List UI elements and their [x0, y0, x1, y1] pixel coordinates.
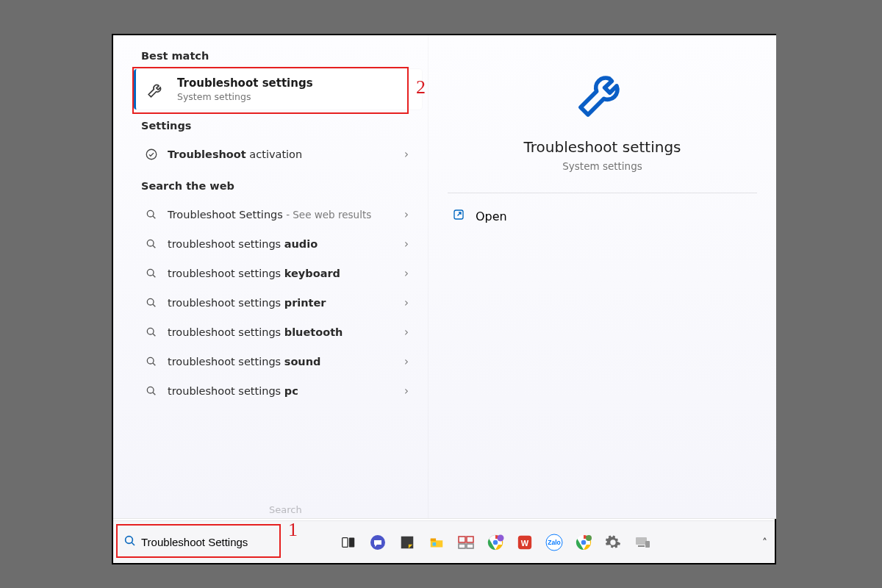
- svg-line-10: [153, 334, 155, 336]
- chevron-right-icon: ›: [404, 355, 409, 368]
- search-icon: [144, 207, 159, 222]
- results-pane: Best match Troubleshoot settings System …: [113, 35, 428, 518]
- svg-line-4: [153, 245, 155, 248]
- svg-point-13: [147, 387, 154, 393]
- wps-icon[interactable]: W: [510, 528, 539, 557]
- web-result-text: troubleshoot settings printer: [168, 297, 395, 309]
- search-icon: [144, 384, 159, 398]
- search-icon: [144, 354, 159, 369]
- chevron-right-icon: ›: [404, 267, 409, 280]
- web-result-text: troubleshoot settings sound: [168, 356, 395, 368]
- task-view-icon[interactable]: [334, 528, 363, 557]
- taskbar: W Zalo ˄: [113, 520, 775, 563]
- section-settings: Settings: [134, 110, 422, 139]
- svg-point-11: [147, 357, 154, 364]
- chevron-right-icon: ›: [404, 384, 409, 398]
- svg-point-3: [147, 240, 154, 246]
- chrome-profile-icon[interactable]: [481, 528, 510, 557]
- svg-rect-25: [467, 537, 473, 542]
- device-icon[interactable]: [628, 528, 657, 557]
- chevron-right-icon: ›: [404, 208, 409, 221]
- web-result[interactable]: troubleshoot settings sound ›: [134, 348, 417, 376]
- svg-line-6: [153, 275, 155, 277]
- sticky-notes-icon[interactable]: [392, 528, 422, 557]
- system-tray-chevron-icon[interactable]: ˄: [762, 537, 767, 548]
- svg-rect-39: [638, 545, 645, 547]
- best-match-subtitle: System settings: [177, 91, 313, 102]
- svg-point-5: [147, 269, 154, 276]
- svg-line-8: [153, 304, 155, 306]
- web-result[interactable]: troubleshoot settings keyboard ›: [134, 259, 417, 287]
- web-result-text: troubleshoot settings audio: [168, 238, 395, 250]
- web-result[interactable]: troubleshoot settings pc ›: [134, 377, 417, 405]
- svg-text:Zalo: Zalo: [548, 539, 560, 546]
- svg-line-14: [153, 392, 155, 395]
- svg-rect-40: [645, 541, 650, 548]
- settings-gear-icon[interactable]: [598, 528, 628, 557]
- taskbar-search-container[interactable]: [119, 530, 276, 555]
- search-icon: [144, 295, 159, 310]
- divider: [448, 193, 757, 193]
- taskbar-search-input[interactable]: [141, 536, 272, 548]
- chevron-right-icon: ›: [404, 148, 409, 161]
- detail-subtitle: System settings: [448, 160, 757, 172]
- web-result-text: troubleshoot settings keyboard: [168, 268, 395, 279]
- search-icon: [144, 266, 159, 281]
- search-icon: [144, 237, 159, 251]
- chrome-icon[interactable]: [569, 528, 598, 557]
- checkmark-circle-icon: [144, 147, 159, 162]
- svg-rect-26: [459, 544, 465, 548]
- section-search-web: Search the web: [134, 170, 422, 199]
- search-icon: [123, 534, 137, 551]
- open-label: Open: [476, 209, 507, 223]
- svg-point-7: [147, 298, 154, 305]
- svg-line-2: [153, 216, 155, 218]
- snip-tool-icon[interactable]: [451, 528, 481, 557]
- chevron-right-icon: ›: [404, 237, 409, 251]
- svg-point-29: [492, 539, 498, 545]
- web-result[interactable]: troubleshoot settings printer ›: [134, 289, 417, 317]
- svg-rect-18: [343, 537, 348, 547]
- svg-rect-22: [431, 538, 436, 541]
- svg-rect-24: [459, 537, 465, 542]
- chevron-right-icon: ›: [404, 296, 409, 309]
- svg-rect-27: [467, 544, 473, 548]
- zalo-icon[interactable]: Zalo: [539, 528, 569, 557]
- web-result[interactable]: troubleshoot settings audio ›: [134, 230, 417, 258]
- start-search-panel: Best match Troubleshoot settings System …: [113, 35, 776, 519]
- settings-result-text: Troubleshoot activation: [168, 148, 395, 160]
- svg-point-0: [146, 149, 157, 159]
- svg-point-9: [147, 328, 154, 334]
- svg-line-12: [153, 363, 155, 365]
- svg-point-36: [581, 539, 587, 545]
- web-result-text: Troubleshoot Settings - See web results: [168, 209, 395, 220]
- wrench-large-icon: [448, 63, 757, 125]
- screenshot-frame: Best match Troubleshoot settings System …: [112, 34, 776, 564]
- web-result[interactable]: troubleshoot settings bluetooth ›: [134, 318, 417, 346]
- chevron-right-icon: ›: [404, 326, 409, 339]
- search-icon: [144, 325, 159, 340]
- svg-text:W: W: [521, 538, 529, 547]
- section-best-match: Best match: [134, 46, 422, 69]
- svg-rect-23: [433, 542, 437, 546]
- open-external-icon: [452, 208, 465, 224]
- best-match-text: Troubleshoot settings System settings: [177, 76, 313, 102]
- svg-line-17: [132, 542, 135, 545]
- svg-point-30: [498, 534, 504, 541]
- detail-pane: Troubleshoot settings System settings Op…: [428, 35, 776, 518]
- taskbar-icons: W Zalo: [334, 528, 657, 557]
- best-match-result[interactable]: Troubleshoot settings System settings: [134, 69, 422, 110]
- web-result[interactable]: Troubleshoot Settings - See web results …: [134, 201, 417, 229]
- detail-title: Troubleshoot settings: [448, 138, 757, 156]
- chat-icon[interactable]: [363, 528, 392, 557]
- best-match-title: Troubleshoot settings: [177, 76, 313, 90]
- wrench-icon: [145, 79, 167, 101]
- svg-point-1: [147, 210, 154, 217]
- file-explorer-icon[interactable]: [422, 528, 451, 557]
- settings-result[interactable]: Troubleshoot activation ›: [134, 140, 417, 168]
- svg-rect-19: [349, 537, 354, 547]
- open-action[interactable]: Open: [448, 201, 757, 232]
- svg-point-37: [586, 535, 592, 541]
- web-result-text: troubleshoot settings bluetooth: [168, 326, 395, 338]
- svg-rect-21: [401, 536, 414, 548]
